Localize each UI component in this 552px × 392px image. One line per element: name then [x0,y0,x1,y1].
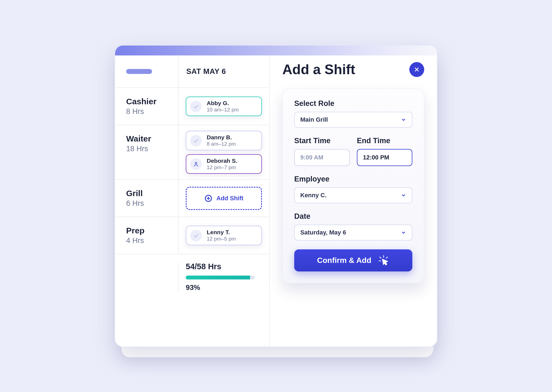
shift-cell: Danny B. 8 am–12 pm Deborah S. 12 pm–7 p… [179,125,269,179]
svg-line-7 [380,257,381,258]
select-role[interactable]: Main Grill [294,112,412,128]
select-date[interactable]: Saturday, May 6 [294,225,412,241]
shift-name: Abby G. [207,100,239,106]
form-card: Select Role Main Grill Start Time 9:00 A… [282,89,424,283]
check-icon [190,135,202,146]
role-row-cashier: Cashier 8 Hrs Abby G. 10 am–12 pm [115,88,269,125]
person-icon [190,158,202,170]
select-employee[interactable]: Kenny C. [294,187,412,203]
group-employee: Employee Kenny C. [294,175,412,203]
schedule-panel: SAT MAY 6 Cashier 8 Hrs Abby G. 10 am–12… [115,55,270,346]
summary-percent: 93% [186,283,269,292]
shift-texts: Lenny T. 12 pm–5 pm [207,229,236,242]
scheduler-card: SAT MAY 6 Cashier 8 Hrs Abby G. 10 am–12… [115,45,437,347]
summary-row: 54/58 Hrs 93% [115,254,269,300]
shift-card-lenny[interactable]: Lenny T. 12 pm–5 pm [186,226,262,245]
role-hours: 18 Hrs [126,145,178,153]
cursor-click-icon [378,255,389,266]
top-gradient-bar [115,46,437,55]
group-role: Select Role Main Grill [294,99,412,128]
header-placeholder-cell [115,55,179,87]
label-role: Select Role [294,99,412,108]
role-name: Grill [126,189,178,198]
schedule-header: SAT MAY 6 [115,55,269,88]
check-icon [190,230,202,241]
svg-marker-10 [383,259,388,265]
role-cell: Waiter 18 Hrs [115,125,179,179]
shift-texts: Abby G. 10 am–12 pm [207,100,239,113]
shift-time: 10 am–12 pm [207,107,239,113]
form-panel: Add a Shift Select Role Main Grill Start… [270,55,437,346]
role-name: Cashier [126,97,178,106]
select-role-value: Main Grill [300,116,328,123]
header-pill [126,69,152,74]
select-employee-value: Kenny C. [300,192,327,199]
form-title: Add a Shift [282,62,355,78]
col-end: End Time 12:00 PM [357,137,412,166]
role-cell: Cashier 8 Hrs [115,88,179,125]
confirm-label: Confirm & Add [317,256,371,265]
label-end: End Time [357,137,412,145]
start-time-value: 9:00 AM [300,154,323,161]
confirm-add-button[interactable]: Confirm & Add [294,249,412,271]
shift-cell: Add Shift [179,180,269,217]
role-row-prep: Prep 4 Hrs Lenny T. 12 pm–5 pm [115,217,269,254]
shift-card-danny[interactable]: Danny B. 8 am–12 pm [186,131,262,150]
role-row-grill: Grill 6 Hrs Add Shift [115,180,269,217]
summary-spacer [115,262,179,292]
role-hours: 8 Hrs [126,107,178,116]
svg-point-0 [195,162,197,164]
chevron-down-icon [401,117,406,122]
shift-card-abby[interactable]: Abby G. 10 am–12 pm [186,97,262,116]
shift-texts: Danny B. 8 am–12 pm [207,134,236,147]
close-button[interactable] [409,62,424,77]
shift-time: 8 am–12 pm [207,141,236,147]
progress-bar-fill [186,276,250,279]
group-times: Start Time 9:00 AM End Time 12:00 PM [294,137,412,166]
check-icon [190,101,202,112]
role-name: Waiter [126,134,178,143]
group-date: Date Saturday, May 6 [294,212,412,241]
role-hours: 4 Hrs [126,236,178,245]
schedule-date: SAT MAY 6 [179,67,269,76]
role-cell: Grill 6 Hrs [115,180,179,217]
shift-card-deborah[interactable]: Deborah S. 12 pm–7 pm [186,154,262,174]
end-time-value: 12:00 PM [363,154,389,161]
input-end-time[interactable]: 12:00 PM [357,149,412,166]
shift-cell: Abby G. 10 am–12 pm [179,88,269,125]
chevron-down-icon [401,193,406,198]
shift-name: Lenny T. [207,229,236,236]
form-header: Add a Shift [282,62,424,78]
role-hours: 6 Hrs [126,199,178,208]
shift-texts: Deborah S. 12 pm–7 pm [207,158,237,170]
shift-time: 12 pm–7 pm [207,164,237,170]
add-shift-button[interactable]: Add Shift [186,187,262,210]
add-shift-label: Add Shift [216,195,243,202]
shift-time: 12 pm–5 pm [207,236,236,242]
summary-body: 54/58 Hrs 93% [179,262,269,292]
label-date: Date [294,212,412,221]
label-employee: Employee [294,175,412,183]
chevron-down-icon [401,230,406,235]
svg-line-8 [386,257,388,258]
select-date-value: Saturday, May 6 [300,229,346,236]
close-icon [414,66,420,73]
label-start: Start Time [294,137,350,145]
role-name: Prep [126,226,178,235]
progress-bar [186,276,255,279]
shift-name: Danny B. [207,134,236,141]
input-start-time[interactable]: 9:00 AM [294,149,350,166]
role-cell: Prep 4 Hrs [115,217,179,254]
role-row-waiter: Waiter 18 Hrs Danny B. 8 am–12 pm [115,125,269,180]
shift-cell: Lenny T. 12 pm–5 pm [179,217,269,254]
col-start: Start Time 9:00 AM [294,137,350,166]
summary-hours: 54/58 Hrs [186,262,269,271]
shift-name: Deborah S. [207,158,237,164]
